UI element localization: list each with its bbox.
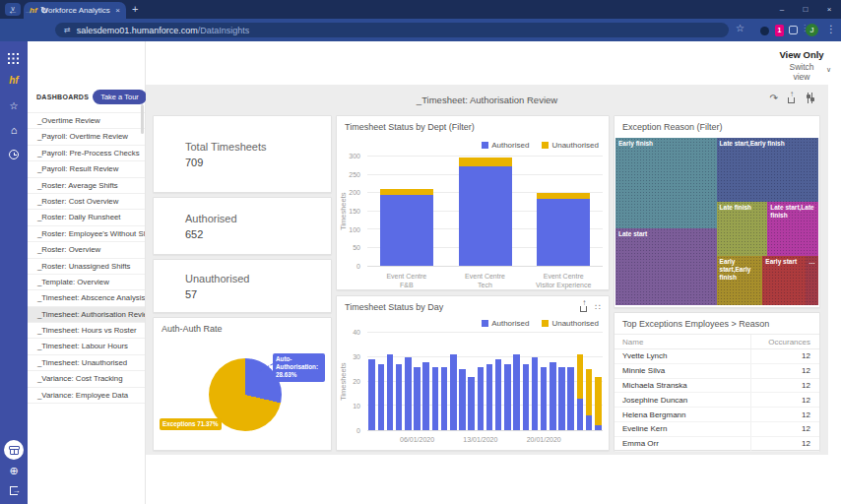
site-info-icon[interactable]: ⇄ [64, 26, 71, 34]
view-only-label: View Only [774, 49, 829, 60]
sidebar-item[interactable]: _Timesheet: Hours vs Roster [28, 323, 145, 339]
sidebar-item[interactable]: _Timesheet: Abscence Analysis [28, 290, 145, 306]
chart-title: Timesheet Status by Dept (Filter) [345, 122, 475, 132]
sidebar-item[interactable]: _Timesheet: Unauthorised [28, 355, 145, 371]
sidebar-item[interactable]: _Timesheet: Labour Hours [28, 339, 145, 354]
sidebar-item[interactable]: _Variance: Employee Data [28, 388, 145, 404]
treemap-tile[interactable]: Late start [615, 228, 717, 305]
sidebar-item[interactable]: _Payroll: Pre-Process Checks [28, 146, 145, 161]
forward-icon[interactable]: → [22, 5, 35, 16]
bar[interactable] [537, 157, 590, 266]
bar[interactable] [495, 333, 502, 430]
redo-icon[interactable]: ↷ [770, 93, 778, 103]
bar[interactable] [504, 333, 511, 430]
address-bar[interactable]: ⇄ salesdemo01.humanforce.com/DataInsight… [55, 23, 729, 37]
bar[interactable] [586, 333, 593, 430]
treemap-tile[interactable]: Late start,Late finish [767, 202, 818, 256]
bar[interactable] [513, 333, 520, 430]
browser-menu-icon[interactable]: ⋮ [826, 24, 836, 34]
treemap-tile[interactable]: … [806, 256, 818, 305]
sidebar-item[interactable]: _Payroll: Result Review [28, 161, 145, 177]
bar[interactable] [405, 333, 412, 430]
sidebar-item[interactable]: _Payroll: Overtime Review [28, 129, 145, 145]
bar[interactable] [396, 333, 403, 430]
whats-new-gift-icon[interactable] [4, 440, 24, 460]
bar[interactable] [441, 333, 448, 430]
bar[interactable] [532, 333, 539, 430]
sidebar-item[interactable]: _Roster: Daily Runsheet [28, 210, 145, 225]
table-row[interactable]: Josephine Duncan12 [615, 393, 819, 408]
window-minimize-button[interactable]: – [770, 5, 794, 14]
share-icon[interactable] [788, 97, 795, 103]
home-icon[interactable]: ⌂ [0, 124, 28, 136]
apps-grid-icon[interactable] [0, 53, 28, 65]
favourites-star-icon[interactable]: ☆ [0, 100, 28, 111]
treemap-tile[interactable]: Late finish [717, 202, 768, 256]
bar[interactable] [523, 333, 530, 430]
column-header-occurances[interactable]: Occurances [750, 335, 819, 348]
table-row[interactable]: Michaela Stranska12 [615, 379, 819, 394]
switch-view-label: Switch view ∨ [774, 62, 829, 82]
view-mode-dropdown[interactable]: View Only Switch view ∨ [774, 49, 829, 82]
table-row[interactable]: Eveline Kern12 [615, 422, 819, 437]
share-icon[interactable] [580, 306, 587, 312]
sidebar-item[interactable]: _Roster: Employee's Without Shifts [28, 226, 145, 242]
sidebar-item[interactable]: _Overtime Review [28, 113, 145, 129]
treemap-tile[interactable]: Early start,Early finish [717, 256, 763, 305]
window-close-button[interactable]: × [817, 5, 841, 14]
table-row[interactable]: Minnie Silva12 [615, 364, 819, 379]
sidebar-item[interactable]: _Roster: Average Shifts [28, 178, 145, 194]
table-body: Yvette Lynch12Minnie Silva12Michaela Str… [615, 349, 819, 452]
bookmark-star-icon[interactable]: ☆ [736, 23, 744, 33]
treemap-tile[interactable]: Early finish [615, 138, 717, 228]
sidebar-item[interactable]: _Roster: Overview [28, 242, 145, 258]
sidebar-scrollbar[interactable] [141, 104, 144, 134]
sidebar-item[interactable]: _Template: Overview [28, 275, 145, 290]
bar[interactable] [432, 333, 439, 430]
bar[interactable] [468, 333, 475, 430]
sidebar-item[interactable]: _Variance: Cost Tracking [28, 371, 145, 387]
bar[interactable] [368, 333, 375, 430]
sidebar-item[interactable]: _Roster: Unassigned Shifts [28, 259, 145, 275]
bar[interactable] [422, 333, 429, 430]
bar[interactable] [577, 333, 584, 430]
filter-tune-icon[interactable] [805, 93, 814, 103]
extension-badge[interactable]: 1 [775, 25, 784, 36]
treemap-tile[interactable]: Late start,Early finish [717, 138, 818, 202]
bar[interactable] [541, 333, 548, 430]
bar[interactable] [450, 333, 457, 430]
table-row[interactable]: Emma Orr12 [615, 437, 819, 452]
bar[interactable] [550, 333, 556, 430]
hf-logo[interactable]: hf [0, 75, 28, 86]
bar[interactable] [567, 333, 574, 430]
new-tab-button[interactable]: + [132, 3, 138, 15]
language-globe-icon[interactable]: ⊕ [0, 465, 28, 477]
bar[interactable] [478, 333, 485, 430]
bar[interactable] [486, 333, 493, 430]
expand-icon[interactable]: ∷ [595, 302, 601, 312]
column-header-name[interactable]: Name [615, 338, 750, 346]
back-icon[interactable]: ← [6, 5, 20, 16]
bar[interactable] [380, 157, 433, 266]
sidebar-item[interactable]: _Roster: Cost Overview [28, 194, 145, 210]
logout-icon[interactable] [0, 486, 28, 495]
reload-icon[interactable]: ↻ [37, 5, 51, 16]
window-maximize-button[interactable]: □ [794, 5, 817, 14]
bar[interactable] [387, 333, 394, 430]
bar[interactable] [459, 333, 466, 430]
sidebar-item[interactable]: _Timesheet: Authorisation Review [28, 307, 145, 323]
bar[interactable] [378, 333, 385, 430]
extension-circle-icon[interactable] [760, 27, 769, 35]
table-row[interactable]: Helena Bergmann12 [615, 408, 819, 422]
extension-square-icon[interactable] [789, 26, 798, 34]
tab-close-icon[interactable]: × [115, 6, 120, 15]
history-clock-icon[interactable] [0, 150, 28, 159]
bar[interactable] [595, 333, 602, 430]
table-row[interactable]: Yvette Lynch12 [615, 349, 819, 364]
bar[interactable] [414, 333, 420, 430]
take-a-tour-button[interactable]: Take a Tour [93, 90, 147, 104]
bar[interactable] [459, 157, 512, 266]
browser-profile-avatar[interactable]: J [806, 24, 818, 36]
treemap-tile[interactable]: Early start [762, 256, 806, 305]
bar[interactable] [558, 333, 565, 430]
